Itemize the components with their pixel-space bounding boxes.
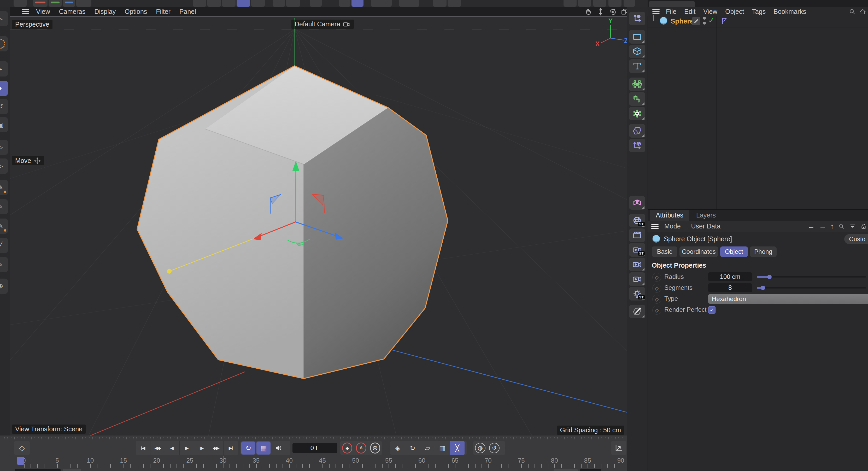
viewport-menu-options[interactable]: Options (125, 8, 147, 15)
workplane-tile[interactable] (76, 0, 91, 7)
lasso-selection-tool[interactable] (0, 36, 8, 52)
tab-phong[interactable]: Phong (750, 247, 777, 257)
mode-tile-5[interactable] (251, 0, 265, 7)
property-value-field[interactable]: 100 cm (708, 272, 752, 281)
tile-15[interactable] (624, 0, 635, 7)
sketch-tool[interactable]: ✎ (0, 257, 8, 272)
polygon-selection-tool[interactable]: ▸ (0, 61, 8, 76)
keyframe-diamond-icon[interactable]: ◇ (652, 295, 661, 304)
key-position-button[interactable]: ◈ (390, 441, 405, 456)
viewport-menu-view[interactable]: View (36, 8, 50, 15)
cube-primitive-tool[interactable] (629, 45, 645, 58)
mode-tile-4[interactable] (237, 0, 250, 7)
mode-menu[interactable]: Mode (664, 222, 681, 230)
tab-coordinates[interactable]: Coordinates (679, 247, 718, 257)
ruler-frame-5[interactable]: 5 (55, 457, 59, 464)
physical-sky-tool[interactable]: ST (629, 214, 645, 227)
om-menu-bookmarks[interactable]: Bookmarks (773, 8, 806, 15)
tab-basic[interactable]: Basic (652, 247, 677, 257)
camera-label[interactable]: Default Camera (291, 20, 354, 29)
slider-handle[interactable] (761, 286, 765, 290)
filter-icon[interactable] (849, 223, 856, 230)
window-tile-4[interactable] (609, 0, 621, 7)
attributes-menu-icon[interactable] (651, 223, 658, 230)
dolly-icon[interactable] (596, 7, 605, 16)
axis-workplane-tool[interactable] (629, 12, 645, 25)
tile-6[interactable] (273, 0, 285, 7)
object-edit-toggle[interactable] (692, 17, 700, 25)
subdivision-surface-tool[interactable] (629, 77, 645, 91)
ruler-frame-20[interactable]: 20 (153, 457, 160, 464)
undo-tile[interactable] (13, 0, 27, 7)
viewport-perspective[interactable]: Perspective Default Camera Move View Tra… (10, 16, 627, 436)
ruler-frame-35[interactable]: 35 (252, 457, 259, 464)
keyframe-diamond-icon[interactable]: ◇ (652, 306, 661, 315)
tab-object[interactable]: Object (720, 247, 748, 257)
tile-10[interactable] (351, 0, 364, 7)
object-visibility-dots[interactable] (703, 17, 706, 25)
object-manager-tab[interactable] (649, 1, 695, 7)
tile-13[interactable] (433, 0, 446, 7)
goto-start-button[interactable]: |◀ (136, 441, 150, 456)
keyframe-diamond-icon[interactable]: ◇ (652, 284, 661, 293)
parent-up-icon[interactable]: ↑ (830, 222, 834, 230)
ruler-frame-70[interactable]: 70 (485, 457, 492, 464)
home-icon[interactable] (859, 8, 866, 15)
type-dropdown[interactable]: Hexahedron (708, 294, 868, 304)
om-menu-tags[interactable]: Tags (752, 8, 766, 15)
window-tile-1[interactable] (563, 0, 577, 7)
search-icon[interactable] (849, 8, 856, 15)
next-key-button[interactable]: ◆▶ (209, 441, 223, 456)
render-perfect-checkbox[interactable]: ✓ (708, 306, 715, 314)
tab-layers[interactable]: Layers (696, 210, 716, 221)
next-frame-button[interactable]: |▶ (194, 441, 209, 456)
spline-pen-tool[interactable]: ✎ (0, 180, 8, 195)
tile-8[interactable] (310, 0, 322, 7)
axis-x-lock[interactable] (33, 0, 48, 7)
loop-button[interactable]: ↻ (241, 441, 255, 454)
ruler-frame-50[interactable]: 50 (352, 457, 359, 464)
add-keyframe-button[interactable]: ◇ (14, 441, 30, 456)
timeline-editor-button[interactable] (611, 441, 626, 456)
om-menu-file[interactable]: File (666, 8, 676, 15)
tile-11[interactable] (371, 0, 392, 7)
axis-z-lock[interactable] (63, 0, 75, 7)
render-range-button[interactable]: ▦ (256, 441, 271, 454)
sound-button[interactable] (272, 441, 286, 454)
key-rotation-button[interactable]: ↻ (405, 441, 420, 456)
scale-tool[interactable]: ▣ (0, 117, 8, 132)
spline-tool-1[interactable]: ✎ (0, 199, 8, 214)
playhead[interactable] (17, 457, 24, 465)
viewport-menu-panel[interactable]: Panel (179, 8, 196, 15)
viewport-menu-display[interactable]: Display (94, 8, 116, 15)
om-menu-edit[interactable]: Edit (684, 8, 695, 15)
mode-tile-2[interactable] (207, 0, 221, 7)
custom-button[interactable]: Custo (844, 234, 868, 244)
tile-7[interactable] (286, 0, 300, 7)
ruler-frame-40[interactable]: 40 (286, 457, 293, 464)
stage-tool[interactable] (629, 228, 645, 242)
pan-icon[interactable] (584, 7, 593, 16)
attr-search-icon[interactable] (838, 223, 845, 230)
phong-tag-icon[interactable] (720, 16, 729, 26)
record-keyframe-button[interactable]: ◆ (342, 443, 352, 453)
camera-tool-2[interactable] (629, 272, 645, 286)
property-slider[interactable] (757, 287, 866, 288)
axis-tool-1[interactable]: ▷ (0, 140, 8, 155)
tile-14[interactable] (447, 0, 461, 7)
motext-tool[interactable] (629, 59, 645, 73)
object-row-sphere[interactable]: Sphere ✓ (648, 15, 868, 27)
camera-tool-1[interactable] (629, 258, 645, 271)
viewport-menu-icon[interactable] (22, 8, 29, 15)
lock-icon[interactable] (860, 223, 867, 230)
mode-tile-3[interactable] (222, 0, 236, 7)
scene-nodes-tool[interactable] (629, 138, 645, 152)
om-menu-view[interactable]: View (703, 8, 717, 15)
object-manager-menu-icon[interactable] (652, 8, 660, 15)
tile-9[interactable] (339, 0, 350, 7)
key-pla-button[interactable]: ▥ (435, 441, 450, 456)
goto-end-button[interactable]: ▶| (223, 441, 238, 456)
move-tool[interactable]: + (0, 81, 8, 96)
orbit-icon[interactable] (609, 7, 617, 16)
viewport-menu-filter[interactable]: Filter (156, 8, 170, 15)
